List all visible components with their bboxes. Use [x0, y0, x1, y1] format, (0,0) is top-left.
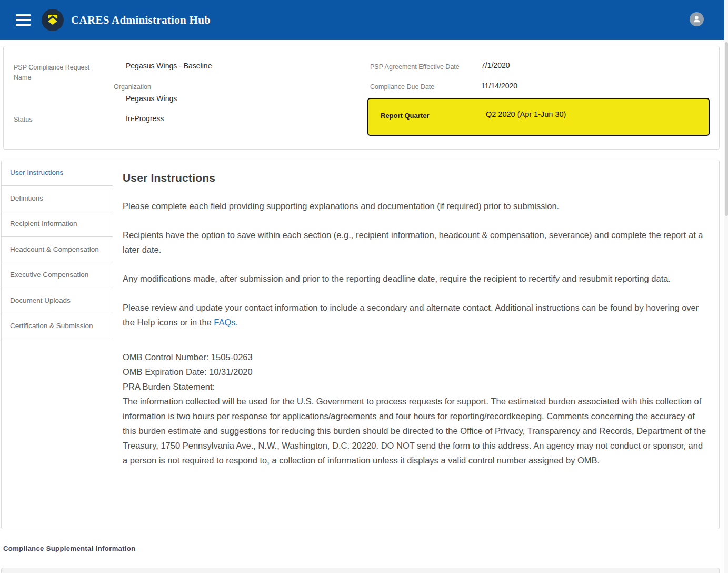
report-quarter-value: Q2 2020 (Apr 1-Jun 30) — [486, 110, 566, 118]
omb-block: OMB Control Number: 1505-0263 OMB Expira… — [123, 350, 710, 468]
due-date-value: 11/14/2020 — [481, 81, 517, 91]
due-date-label: Compliance Due Date — [370, 82, 434, 92]
report-quarter-label: Report Quarter — [381, 112, 429, 120]
effective-date-value: 7/1/2020 — [481, 60, 510, 71]
hamburger-menu-icon[interactable] — [16, 14, 31, 26]
app-header: CARES Administration Hub — [0, 0, 728, 40]
omb-control-number: OMB Control Number: 1505-0263 — [123, 350, 710, 364]
tab-user-instructions[interactable]: User Instructions — [2, 160, 113, 186]
organization-label: Organization — [114, 82, 151, 92]
compliance-supplemental-panel — [1, 568, 720, 573]
tab-definitions[interactable]: Definitions — [2, 186, 113, 212]
user-avatar-icon[interactable] — [690, 12, 704, 26]
section-nav: User Instructions Definitions Recipient … — [2, 160, 113, 529]
contact-text-post: . — [236, 318, 238, 327]
request-name-value: Pegasus Wings - Baseline — [126, 61, 212, 71]
faqs-link[interactable]: FAQs — [214, 318, 235, 327]
scrollbar-thumb[interactable] — [725, 42, 728, 216]
app-logo-icon — [41, 8, 64, 32]
instructions-paragraph: Recipients have the option to save withi… — [123, 228, 710, 257]
user-instructions-content: User Instructions Please complete each f… — [113, 160, 719, 529]
page-title: User Instructions — [123, 172, 710, 184]
status-value: In-Progress — [126, 113, 164, 124]
instructions-paragraph: Please complete each field providing sup… — [123, 199, 710, 213]
compliance-supplemental-information-label: Compliance Supplemental Information — [3, 545, 136, 552]
instructions-paragraph: Please review and update your contact in… — [123, 300, 710, 330]
app-title: CARES Administration Hub — [71, 14, 211, 27]
tab-headcount-compensation[interactable]: Headcount & Compensation — [2, 237, 113, 263]
organization-value: Pegasus Wings — [126, 93, 177, 104]
request-name-label: PSP Compliance Request Name — [14, 63, 98, 83]
pra-burden-statement-text: The information collected will be used f… — [123, 394, 710, 468]
contact-text-pre: Please review and update your contact in… — [123, 303, 699, 327]
status-label: Status — [14, 115, 32, 125]
vertical-scrollbar[interactable] — [724, 0, 728, 573]
report-sections-panel: User Instructions Definitions Recipient … — [1, 160, 720, 529]
tab-document-uploads[interactable]: Document Uploads — [2, 288, 113, 314]
report-quarter-highlight: Report Quarter Q2 2020 (Apr 1-Jun 30) — [367, 98, 710, 136]
effective-date-label: PSP Agreement Effective Date — [370, 62, 460, 72]
compliance-summary-panel: PSP Compliance Request Name Pegasus Wing… — [3, 46, 720, 150]
omb-expiration-date: OMB Expiration Date: 10/31/2020 — [123, 364, 710, 379]
tab-executive-compensation[interactable]: Executive Compensation — [2, 262, 113, 288]
instructions-paragraph: Any modifications made, after submission… — [123, 271, 710, 286]
tab-recipient-information[interactable]: Recipient Information — [2, 211, 113, 237]
tab-certification-submission[interactable]: Certification & Submission — [2, 313, 113, 339]
pra-burden-statement-label: PRA Burden Statement: — [123, 379, 710, 394]
